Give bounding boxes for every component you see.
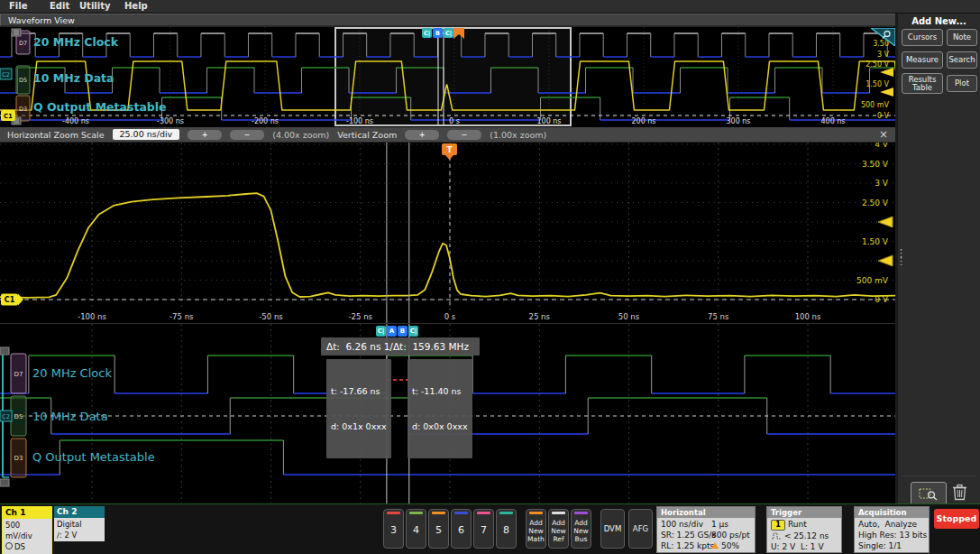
cursor-b-time: t: -11.40 ns [412, 385, 468, 397]
afg-button[interactable]: AFG [628, 509, 653, 549]
channel-7-button[interactable]: 7 [473, 509, 494, 549]
svg-text:C|: C| [424, 30, 430, 37]
overview-channel-label: 10 MHz Data [33, 71, 114, 85]
ch2-threshold: : 2 V [60, 531, 78, 540]
oscilloscope-app: FileEditUtilityHelp Waveform View -400 n… [0, 0, 980, 554]
menu-edit[interactable]: Edit [50, 1, 69, 11]
panel-resize-handle[interactable]: ⋮⋮ [896, 249, 906, 265]
main-time-tick: -75 ns [169, 312, 194, 321]
channel-3-button[interactable]: 3 [383, 509, 404, 549]
overview-volt-tick: 500 mV [861, 101, 890, 109]
overview-time-tick: 100 ns [536, 117, 561, 125]
vertical-zoom-out-button[interactable]: − [447, 130, 481, 140]
trigger-panel[interactable]: Trigger 1Runt < 25.12 ns U: 2 V L: 1 V [766, 506, 842, 553]
add-cursors-button[interactable]: Cursors [902, 29, 943, 46]
svg-text:D3: D3 [14, 455, 23, 462]
horizontal-zoom-in-button[interactable]: + [188, 130, 222, 140]
zoomed-waveform-panel[interactable]: T-100 ns-75 ns-50 ns-25 ns0 s25 ns50 ns7… [0, 143, 895, 323]
overview-waveform-panel[interactable]: -400 ns-300 ns-200 ns-100 ns0 s100 ns200… [0, 27, 895, 128]
cursor-badge-3[interactable]: B [398, 326, 408, 337]
zoom-tool-button[interactable] [911, 482, 947, 505]
channel-6-button[interactable]: 6 [451, 509, 472, 549]
trigger-source-badge: 1 [771, 520, 785, 531]
cursor-a-data: d: 0x1x 0xxx [331, 420, 387, 432]
zoom-selection-window[interactable] [335, 28, 571, 125]
add-results-table-button[interactable]: Results Table [902, 73, 943, 94]
digital-channel-label: Q Output Metastable [32, 450, 155, 464]
add-measure-button[interactable]: Measure [902, 51, 943, 69]
stopped-button[interactable]: Stopped [934, 509, 979, 529]
vertical-zoom-in-button[interactable]: + [405, 130, 439, 140]
position-percent: 50% [711, 541, 739, 550]
horizontal-zoom-out-button[interactable]: − [230, 130, 264, 140]
overview-time-tick: 0 s [449, 117, 460, 125]
channel-8-button[interactable]: 8 [496, 509, 517, 549]
cursor-b-data: d: 0x0x 0xxx [412, 420, 468, 432]
svg-text:C2: C2 [2, 413, 10, 420]
cursor-badge-1[interactable]: C| [376, 326, 386, 337]
acquisition-single: Single: 1/1 [858, 541, 902, 550]
add-note-button[interactable]: Note [947, 29, 977, 46]
vertical-zoom-factor: (1.00x zoom) [490, 130, 546, 140]
horizontal-zoom-scale-value[interactable]: 25.00 ns/div [113, 129, 180, 140]
svg-text:C1: C1 [5, 296, 15, 304]
dvm-button[interactable]: DVM [600, 509, 625, 549]
coupling-icon [5, 542, 13, 549]
main-time-tick: -50 ns [259, 312, 283, 321]
cursor-b-readout[interactable]: t: -11.40 ns d: 0x0x 0xxx [408, 359, 472, 458]
trash-icon[interactable] [952, 484, 970, 503]
cursor-delta-readout[interactable]: Δt: 6.26 ns 1/Δt: 159.63 MHz [321, 337, 480, 355]
runt-pulse-icon [771, 531, 782, 540]
trigger-level-arrow[interactable] [878, 255, 893, 266]
svg-text:C2: C2 [2, 71, 10, 78]
main-time-tick: 75 ns [708, 312, 729, 321]
channel-4-button[interactable]: 4 [406, 509, 426, 549]
bottom-status-bar: Ch 1 500 mV/div DS 500 MHz~ Ch 2 Digital… [0, 503, 980, 554]
overview-volt-tick: 0 V [877, 112, 890, 120]
digital-channel-label: 20 MHz Clock [32, 366, 112, 380]
trigger-level-arrow[interactable] [878, 217, 893, 227]
digital-channel-label: 10 MHz Data [32, 410, 108, 423]
add-plot-button[interactable]: Plot [947, 75, 977, 92]
overview-time-tick: 200 ns [631, 117, 655, 125]
cursor-a-readout[interactable]: t: -17.66 ns d: 0x1x 0xxx [326, 359, 391, 458]
horizontal-scale: 100 ns/div [661, 520, 703, 529]
add-search-button[interactable]: Search [947, 51, 977, 69]
svg-text:D5: D5 [14, 413, 23, 420]
vertical-zoom-label: Vertical Zoom [337, 130, 397, 140]
ch1-coupling: DS [14, 542, 25, 551]
main-time-tick: 50 ns [618, 312, 640, 321]
overview-volt-tick: 1.50 V [866, 80, 889, 88]
add-new-ref-button[interactable]: AddNewRef [548, 509, 569, 549]
menu-bar: FileEditUtilityHelp [0, 0, 980, 14]
overview-zoom-corner-icon[interactable] [871, 28, 895, 50]
trigger-source-row: 1Runt [771, 520, 807, 531]
ch2-badge[interactable]: Ch 2 Digital ∕: 2 V [54, 506, 105, 541]
add-new-math-button[interactable]: AddNewMath [526, 509, 546, 549]
menu-utility[interactable]: Utility [79, 1, 110, 11]
horizontal-panel[interactable]: Horizontal 100 ns/div 1 µs SR: 1.25 GS/s… [656, 506, 756, 553]
close-icon[interactable]: × [879, 128, 888, 141]
record-length: RL: 1.25 kpts [661, 541, 714, 550]
trigger-level-arrow[interactable] [880, 68, 893, 77]
overview-volt-tick: 2.50 V [866, 60, 889, 69]
cursor-badge-2[interactable]: A [387, 326, 397, 337]
grip-handle-icon[interactable] [0, 479, 9, 486]
channel-5-button[interactable]: 5 [428, 509, 449, 549]
acquisition-panel[interactable]: Acquisition Auto, Analyze High Res: 13 b… [854, 506, 930, 553]
cursor-a-time: t: -17.66 ns [331, 385, 387, 397]
svg-text:C1: C1 [4, 113, 13, 120]
main-volt-tick: 4 V [875, 143, 889, 149]
menu-help[interactable]: Help [124, 1, 148, 11]
main-time-tick: 25 ns [529, 312, 551, 321]
overview-time-tick: -300 ns [157, 117, 184, 125]
horizontal-zoom-scale-label: Horizontal Zoom Scale [7, 130, 105, 140]
waveform-view-tab[interactable]: Waveform View [0, 14, 896, 26]
cursor-badge-4[interactable]: C| [408, 326, 418, 337]
add-new-bus-button[interactable]: AddNewBus [571, 509, 591, 549]
menu-file[interactable]: File [9, 1, 27, 11]
trigger-level-arrow[interactable] [880, 88, 893, 97]
grip-handle-icon[interactable] [0, 347, 9, 355]
ch1-badge[interactable]: Ch 1 500 mV/div DS 500 MHz~ [2, 506, 52, 554]
sample-interval: 800 ps/pt [711, 531, 750, 540]
